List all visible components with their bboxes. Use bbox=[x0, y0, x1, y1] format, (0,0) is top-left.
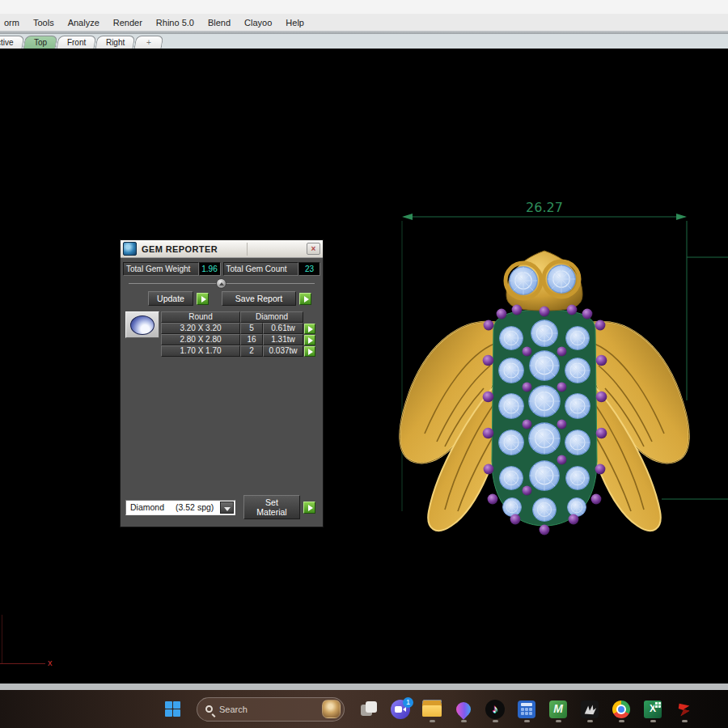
tiktok-icon: ♪ bbox=[485, 700, 505, 719]
menu-item-help[interactable]: Help bbox=[284, 17, 306, 28]
gem-reporter-titlebar[interactable]: GEM REPORTER × bbox=[121, 240, 323, 258]
calculator-button[interactable] bbox=[516, 696, 537, 723]
gem-count: 16 bbox=[240, 334, 263, 345]
tab-right[interactable]: Right bbox=[95, 36, 136, 49]
x-axis-label: x bbox=[48, 658, 53, 667]
collapse-divider bbox=[129, 278, 315, 289]
gem-weight: 1.31tw bbox=[263, 334, 303, 345]
gem-count: 5 bbox=[240, 323, 263, 334]
material-header: Diamond bbox=[240, 311, 303, 323]
matrix-button[interactable]: M bbox=[548, 696, 569, 723]
material-spg: (3.52 spg) bbox=[176, 502, 214, 512]
set-material-button[interactable]: Set Material bbox=[243, 495, 300, 519]
select-gems-icon[interactable] bbox=[304, 324, 315, 334]
material-dropdown[interactable]: Diamond (3.52 spg) bbox=[125, 500, 235, 515]
viewport-canvas[interactable]: 26.27 bbox=[0, 49, 728, 684]
excel-icon: X bbox=[644, 700, 662, 718]
bee-model: 26.27 bbox=[380, 194, 728, 542]
tab-new-viewport[interactable]: + bbox=[134, 36, 164, 49]
table-row: 3.20 X 3.20 5 0.61tw bbox=[161, 323, 318, 334]
notification-badge: 1 bbox=[403, 697, 413, 708]
tab-front[interactable]: Front bbox=[56, 36, 96, 49]
search-highlight-image bbox=[322, 700, 341, 718]
update-button[interactable]: Update bbox=[148, 291, 193, 306]
menu-item-rhino50[interactable]: Rhino 5.0 bbox=[154, 17, 196, 28]
chrome-icon bbox=[612, 700, 630, 718]
gem-count: 2 bbox=[240, 345, 263, 357]
save-report-button[interactable]: Save Report bbox=[222, 291, 296, 306]
bee-head bbox=[506, 251, 582, 311]
gem-weight: 0.61tw bbox=[263, 323, 303, 334]
tab-top[interactable]: Top bbox=[23, 36, 57, 49]
total-gem-count-value: 23 bbox=[298, 262, 320, 276]
screen: orm Tools Analyze Render Rhino 5.0 Blend… bbox=[0, 0, 728, 728]
menu-item-clayoo[interactable]: Clayoo bbox=[243, 17, 273, 28]
table-row: 2.80 X 2.80 16 1.31tw bbox=[161, 334, 318, 345]
start-button[interactable] bbox=[162, 696, 183, 723]
sculpt-app-button[interactable] bbox=[579, 696, 600, 723]
total-gem-weight-label: Total Gem Weight bbox=[123, 262, 199, 276]
calculator-icon bbox=[518, 700, 535, 718]
chat-icon: 1 bbox=[391, 700, 410, 719]
search-placeholder: Search bbox=[219, 705, 322, 714]
total-gem-weight-value: 1.96 bbox=[199, 262, 221, 276]
select-gems-icon[interactable] bbox=[304, 335, 315, 345]
search-input[interactable]: Search bbox=[197, 697, 345, 722]
dimension-value: 26.27 bbox=[526, 200, 563, 215]
chat-button[interactable]: 1 bbox=[390, 696, 411, 723]
menu-item-transform[interactable]: orm bbox=[2, 17, 21, 28]
menu-bar: orm Tools Analyze Render Rhino 5.0 Blend… bbox=[0, 14, 728, 31]
menu-item-analyze[interactable]: Analyze bbox=[66, 17, 101, 28]
paint-drop-icon bbox=[453, 699, 473, 719]
gem-reporter-icon bbox=[123, 242, 137, 256]
close-icon[interactable]: × bbox=[307, 243, 320, 255]
paint-app-button[interactable] bbox=[453, 696, 474, 723]
dialog-title: GEM REPORTER bbox=[142, 244, 247, 254]
matrix-icon: M bbox=[549, 700, 567, 718]
gem-reporter-dialog: GEM REPORTER × Total Gem Weight 1.96 Tot… bbox=[120, 239, 324, 527]
window-bottom-edge bbox=[0, 684, 728, 690]
material-name: Diamond bbox=[130, 502, 164, 512]
viewport-tab-bar: ctive Top Front Right + bbox=[0, 34, 728, 49]
shape-header: Round bbox=[161, 311, 240, 323]
gem-size: 2.80 X 2.80 bbox=[161, 334, 240, 345]
set-material-run-icon[interactable] bbox=[303, 502, 315, 514]
tab-perspective[interactable]: ctive bbox=[0, 36, 24, 49]
task-view-button[interactable] bbox=[358, 696, 379, 723]
file-explorer-button[interactable] bbox=[421, 696, 442, 723]
menu-item-render[interactable]: Render bbox=[112, 17, 144, 28]
search-icon bbox=[205, 705, 213, 713]
chevron-down-icon[interactable] bbox=[220, 502, 234, 514]
tiktok-button[interactable]: ♪ bbox=[485, 696, 506, 723]
zbrush-button[interactable] bbox=[674, 696, 695, 723]
gem-weight: 0.037tw bbox=[263, 345, 303, 357]
menu-item-tools[interactable]: Tools bbox=[32, 17, 56, 28]
folder-icon bbox=[422, 702, 442, 717]
titlebar-divider bbox=[247, 243, 303, 256]
excel-button[interactable]: X bbox=[642, 696, 663, 723]
select-gems-icon[interactable] bbox=[304, 346, 315, 357]
task-view-icon bbox=[361, 701, 377, 717]
gem-table: Round Diamond 3.20 X 3.20 5 0.61tw 2.80 … bbox=[161, 311, 318, 357]
collapse-arrow-button[interactable] bbox=[216, 278, 226, 289]
windows-logo-icon bbox=[165, 701, 180, 717]
gem-image bbox=[130, 315, 154, 335]
taskbar: Search 1 ♪ bbox=[0, 690, 728, 728]
gem-size: 1.70 X 1.70 bbox=[161, 345, 240, 357]
window-titlebar-strip bbox=[0, 0, 728, 14]
gem-thumbnail-button[interactable] bbox=[125, 311, 159, 338]
gem-size: 3.20 X 3.20 bbox=[161, 323, 240, 334]
update-run-icon[interactable] bbox=[197, 293, 209, 305]
table-header-row: Round Diamond bbox=[161, 311, 318, 323]
cplane-y-axis bbox=[2, 615, 2, 663]
zbrush-icon bbox=[675, 700, 693, 718]
menu-item-blend[interactable]: Blend bbox=[206, 17, 232, 28]
chrome-button[interactable] bbox=[611, 696, 632, 723]
save-report-run-icon[interactable] bbox=[299, 293, 311, 305]
cplane-x-axis bbox=[0, 663, 45, 664]
total-gem-count-label: Total Gem Count bbox=[223, 262, 299, 276]
table-row: 1.70 X 1.70 2 0.037tw bbox=[161, 345, 318, 357]
sculpt-app-icon bbox=[581, 700, 599, 718]
